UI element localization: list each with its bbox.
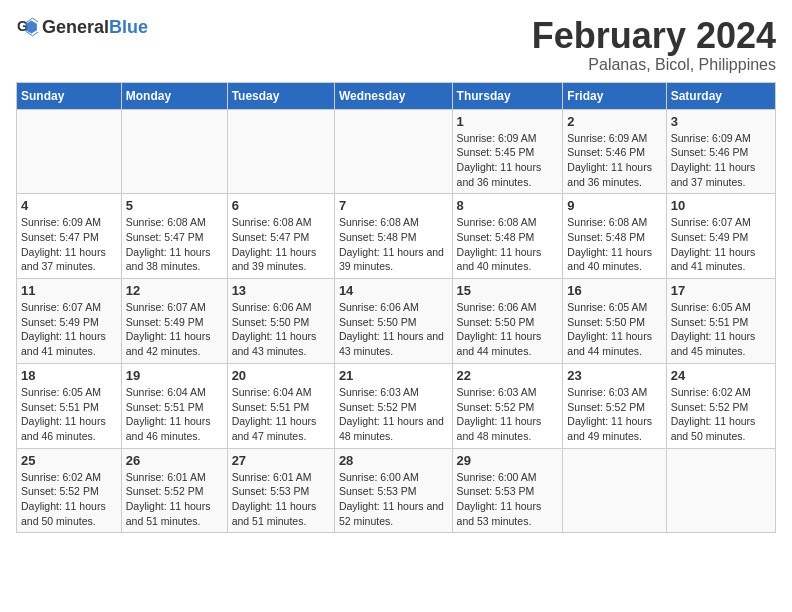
col-thursday: Thursday <box>452 82 563 109</box>
day-detail: Sunrise: 6:03 AMSunset: 5:52 PMDaylight:… <box>457 385 559 444</box>
day-detail: Sunrise: 6:05 AMSunset: 5:50 PMDaylight:… <box>567 300 661 359</box>
day-detail: Sunrise: 6:00 AMSunset: 5:53 PMDaylight:… <box>339 470 448 529</box>
title-area: February 2024 Palanas, Bicol, Philippine… <box>532 16 776 74</box>
calendar-cell: 25Sunrise: 6:02 AMSunset: 5:52 PMDayligh… <box>17 448 122 533</box>
day-number: 26 <box>126 453 223 468</box>
day-number: 11 <box>21 283 117 298</box>
calendar-week-row: 18Sunrise: 6:05 AMSunset: 5:51 PMDayligh… <box>17 363 776 448</box>
day-number: 12 <box>126 283 223 298</box>
calendar-header-row: Sunday Monday Tuesday Wednesday Thursday… <box>17 82 776 109</box>
logo: G General Blue <box>16 16 148 38</box>
day-number: 2 <box>567 114 661 129</box>
day-number: 29 <box>457 453 559 468</box>
day-detail: Sunrise: 6:05 AMSunset: 5:51 PMDaylight:… <box>671 300 771 359</box>
day-detail: Sunrise: 6:09 AMSunset: 5:46 PMDaylight:… <box>567 131 661 190</box>
day-number: 24 <box>671 368 771 383</box>
calendar-cell: 28Sunrise: 6:00 AMSunset: 5:53 PMDayligh… <box>334 448 452 533</box>
month-title: February 2024 <box>532 16 776 56</box>
calendar-cell: 19Sunrise: 6:04 AMSunset: 5:51 PMDayligh… <box>121 363 227 448</box>
day-detail: Sunrise: 6:08 AMSunset: 5:47 PMDaylight:… <box>232 215 330 274</box>
calendar-cell: 10Sunrise: 6:07 AMSunset: 5:49 PMDayligh… <box>666 194 775 279</box>
day-number: 14 <box>339 283 448 298</box>
day-number: 10 <box>671 198 771 213</box>
day-number: 25 <box>21 453 117 468</box>
day-detail: Sunrise: 6:07 AMSunset: 5:49 PMDaylight:… <box>671 215 771 274</box>
calendar-cell: 23Sunrise: 6:03 AMSunset: 5:52 PMDayligh… <box>563 363 666 448</box>
day-number: 20 <box>232 368 330 383</box>
day-detail: Sunrise: 6:06 AMSunset: 5:50 PMDaylight:… <box>457 300 559 359</box>
calendar-cell: 17Sunrise: 6:05 AMSunset: 5:51 PMDayligh… <box>666 279 775 364</box>
day-detail: Sunrise: 6:01 AMSunset: 5:52 PMDaylight:… <box>126 470 223 529</box>
calendar-cell <box>17 109 122 194</box>
day-number: 17 <box>671 283 771 298</box>
calendar-cell: 9Sunrise: 6:08 AMSunset: 5:48 PMDaylight… <box>563 194 666 279</box>
day-detail: Sunrise: 6:07 AMSunset: 5:49 PMDaylight:… <box>126 300 223 359</box>
col-friday: Friday <box>563 82 666 109</box>
col-monday: Monday <box>121 82 227 109</box>
day-number: 16 <box>567 283 661 298</box>
day-number: 23 <box>567 368 661 383</box>
calendar-cell <box>563 448 666 533</box>
day-detail: Sunrise: 6:06 AMSunset: 5:50 PMDaylight:… <box>339 300 448 359</box>
day-detail: Sunrise: 6:03 AMSunset: 5:52 PMDaylight:… <box>339 385 448 444</box>
calendar-cell: 18Sunrise: 6:05 AMSunset: 5:51 PMDayligh… <box>17 363 122 448</box>
day-number: 5 <box>126 198 223 213</box>
day-detail: Sunrise: 6:01 AMSunset: 5:53 PMDaylight:… <box>232 470 330 529</box>
calendar-cell: 13Sunrise: 6:06 AMSunset: 5:50 PMDayligh… <box>227 279 334 364</box>
calendar-cell: 26Sunrise: 6:01 AMSunset: 5:52 PMDayligh… <box>121 448 227 533</box>
day-number: 22 <box>457 368 559 383</box>
day-number: 19 <box>126 368 223 383</box>
day-number: 28 <box>339 453 448 468</box>
day-number: 7 <box>339 198 448 213</box>
day-detail: Sunrise: 6:08 AMSunset: 5:48 PMDaylight:… <box>457 215 559 274</box>
day-detail: Sunrise: 6:09 AMSunset: 5:45 PMDaylight:… <box>457 131 559 190</box>
page-header: G General Blue February 2024 Palanas, Bi… <box>16 16 776 74</box>
day-number: 8 <box>457 198 559 213</box>
day-detail: Sunrise: 6:02 AMSunset: 5:52 PMDaylight:… <box>21 470 117 529</box>
calendar-cell: 2Sunrise: 6:09 AMSunset: 5:46 PMDaylight… <box>563 109 666 194</box>
calendar-week-row: 4Sunrise: 6:09 AMSunset: 5:47 PMDaylight… <box>17 194 776 279</box>
day-number: 1 <box>457 114 559 129</box>
day-number: 6 <box>232 198 330 213</box>
day-detail: Sunrise: 6:07 AMSunset: 5:49 PMDaylight:… <box>21 300 117 359</box>
logo-general-text: General <box>42 18 109 36</box>
calendar-cell: 3Sunrise: 6:09 AMSunset: 5:46 PMDaylight… <box>666 109 775 194</box>
calendar-cell: 21Sunrise: 6:03 AMSunset: 5:52 PMDayligh… <box>334 363 452 448</box>
day-number: 3 <box>671 114 771 129</box>
col-saturday: Saturday <box>666 82 775 109</box>
day-number: 27 <box>232 453 330 468</box>
day-number: 13 <box>232 283 330 298</box>
calendar-body: 1Sunrise: 6:09 AMSunset: 5:45 PMDaylight… <box>17 109 776 533</box>
location-title: Palanas, Bicol, Philippines <box>532 56 776 74</box>
calendar-cell: 24Sunrise: 6:02 AMSunset: 5:52 PMDayligh… <box>666 363 775 448</box>
logo-blue-text: Blue <box>109 18 148 36</box>
day-detail: Sunrise: 6:02 AMSunset: 5:52 PMDaylight:… <box>671 385 771 444</box>
calendar-cell: 4Sunrise: 6:09 AMSunset: 5:47 PMDaylight… <box>17 194 122 279</box>
day-detail: Sunrise: 6:05 AMSunset: 5:51 PMDaylight:… <box>21 385 117 444</box>
calendar-cell: 12Sunrise: 6:07 AMSunset: 5:49 PMDayligh… <box>121 279 227 364</box>
calendar-cell: 1Sunrise: 6:09 AMSunset: 5:45 PMDaylight… <box>452 109 563 194</box>
day-detail: Sunrise: 6:00 AMSunset: 5:53 PMDaylight:… <box>457 470 559 529</box>
day-number: 21 <box>339 368 448 383</box>
calendar-cell: 11Sunrise: 6:07 AMSunset: 5:49 PMDayligh… <box>17 279 122 364</box>
col-tuesday: Tuesday <box>227 82 334 109</box>
calendar-cell: 27Sunrise: 6:01 AMSunset: 5:53 PMDayligh… <box>227 448 334 533</box>
calendar-week-row: 25Sunrise: 6:02 AMSunset: 5:52 PMDayligh… <box>17 448 776 533</box>
calendar-cell: 5Sunrise: 6:08 AMSunset: 5:47 PMDaylight… <box>121 194 227 279</box>
day-detail: Sunrise: 6:08 AMSunset: 5:48 PMDaylight:… <box>567 215 661 274</box>
day-detail: Sunrise: 6:09 AMSunset: 5:47 PMDaylight:… <box>21 215 117 274</box>
calendar-cell <box>334 109 452 194</box>
calendar-cell: 20Sunrise: 6:04 AMSunset: 5:51 PMDayligh… <box>227 363 334 448</box>
calendar-cell: 6Sunrise: 6:08 AMSunset: 5:47 PMDaylight… <box>227 194 334 279</box>
day-detail: Sunrise: 6:08 AMSunset: 5:48 PMDaylight:… <box>339 215 448 274</box>
day-detail: Sunrise: 6:03 AMSunset: 5:52 PMDaylight:… <box>567 385 661 444</box>
col-sunday: Sunday <box>17 82 122 109</box>
calendar-cell <box>666 448 775 533</box>
day-detail: Sunrise: 6:08 AMSunset: 5:47 PMDaylight:… <box>126 215 223 274</box>
calendar-cell <box>121 109 227 194</box>
day-detail: Sunrise: 6:04 AMSunset: 5:51 PMDaylight:… <box>126 385 223 444</box>
calendar-cell <box>227 109 334 194</box>
day-number: 4 <box>21 198 117 213</box>
day-detail: Sunrise: 6:09 AMSunset: 5:46 PMDaylight:… <box>671 131 771 190</box>
calendar-week-row: 1Sunrise: 6:09 AMSunset: 5:45 PMDaylight… <box>17 109 776 194</box>
